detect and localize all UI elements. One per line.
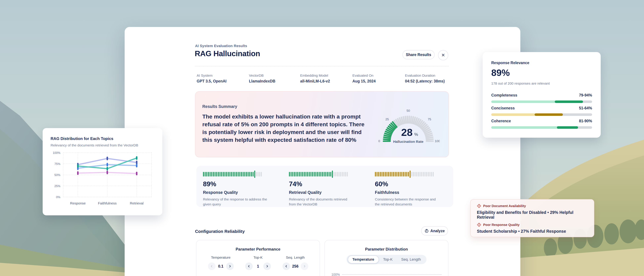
tick bbox=[375, 172, 376, 176]
relevance-row-conciseness: Conciseness51-64% bbox=[491, 106, 592, 116]
tick bbox=[292, 172, 293, 176]
tick bbox=[208, 172, 209, 176]
tick bbox=[290, 172, 292, 176]
tick bbox=[401, 172, 402, 176]
increment-button[interactable] bbox=[301, 262, 308, 270]
tick bbox=[231, 172, 232, 176]
decrement-button[interactable] bbox=[282, 262, 290, 270]
y-tick-label: 25% bbox=[54, 184, 60, 188]
share-results-button[interactable]: Share Results bbox=[402, 50, 434, 59]
gauge-unit: % bbox=[414, 132, 418, 137]
tick bbox=[411, 172, 412, 176]
tick bbox=[380, 172, 381, 176]
tick bbox=[211, 172, 212, 176]
tick bbox=[289, 172, 290, 176]
tick bbox=[314, 172, 315, 176]
close-button[interactable]: ✕ bbox=[438, 50, 448, 60]
segment-temperature[interactable]: Temperature bbox=[348, 256, 379, 264]
y-tick-label: 100% bbox=[53, 151, 60, 154]
tick bbox=[330, 172, 331, 176]
metric-retrieval-quality: 74% Retrieval Quality Relevancy of the d… bbox=[289, 170, 363, 207]
tick bbox=[376, 172, 378, 176]
tick bbox=[410, 170, 410, 178]
tick bbox=[414, 172, 416, 176]
increment-button[interactable] bbox=[263, 262, 271, 270]
tick bbox=[337, 172, 338, 176]
segment-top-k[interactable]: Top-K bbox=[379, 256, 397, 264]
tick bbox=[398, 172, 399, 176]
tick bbox=[220, 172, 220, 176]
tick bbox=[307, 172, 308, 176]
data-point-marker bbox=[136, 164, 138, 168]
tick bbox=[254, 170, 255, 178]
relevance-row-coherence: Coherence81-90% bbox=[491, 119, 592, 129]
tick bbox=[378, 172, 379, 176]
parameter-segmented-control: Temperature Top-K Seq. Length bbox=[346, 255, 426, 264]
tick bbox=[328, 172, 330, 176]
relevance-row-completeness: Completeness79-94% bbox=[491, 93, 592, 103]
relevance-value: 89% bbox=[491, 67, 510, 78]
tick bbox=[214, 172, 216, 176]
timer-icon bbox=[424, 229, 429, 233]
tick bbox=[221, 172, 222, 176]
gauge-tick bbox=[409, 116, 409, 123]
tick bbox=[294, 172, 295, 176]
data-point-marker bbox=[77, 164, 79, 168]
tick bbox=[316, 172, 316, 176]
tick bbox=[302, 172, 303, 176]
range-segment bbox=[557, 126, 578, 129]
tick bbox=[216, 172, 217, 176]
tickbar bbox=[203, 170, 277, 178]
tick bbox=[335, 172, 336, 176]
tick bbox=[300, 172, 302, 176]
range-low-segment bbox=[491, 100, 556, 103]
segment-seq-length[interactable]: Seq. Length bbox=[397, 256, 425, 264]
tick bbox=[259, 172, 260, 176]
gauge-tick-label: 0 bbox=[378, 139, 380, 143]
tick bbox=[400, 172, 401, 176]
tick bbox=[319, 172, 320, 176]
x-category-label: Faithfulness bbox=[98, 201, 116, 205]
tick bbox=[413, 172, 414, 176]
data-point-marker bbox=[136, 156, 138, 160]
tick bbox=[383, 172, 384, 176]
decrement-button[interactable] bbox=[208, 262, 216, 270]
tick bbox=[403, 172, 404, 176]
analyze-button[interactable]: Analyze bbox=[421, 226, 448, 236]
gauge-tick bbox=[426, 139, 433, 140]
gauge-value: 28 bbox=[401, 126, 412, 138]
tick bbox=[248, 172, 248, 176]
tick bbox=[431, 172, 432, 176]
tick bbox=[317, 172, 318, 176]
tick bbox=[297, 172, 298, 176]
gauge-caption: Hallucination Rate bbox=[393, 140, 423, 144]
tick bbox=[347, 172, 348, 176]
stepper-temperature: Temperature 0.1 bbox=[208, 256, 234, 270]
decrement-button[interactable] bbox=[245, 262, 253, 270]
range-bar bbox=[491, 113, 592, 116]
meta-evaluated-on: Evaluated On Aug 15, 2024 bbox=[352, 74, 376, 84]
tick bbox=[424, 172, 426, 176]
tick bbox=[405, 172, 406, 176]
increment-button[interactable] bbox=[226, 262, 234, 270]
tick bbox=[233, 172, 234, 176]
stepper-top-k: Top-K 1 bbox=[245, 256, 271, 270]
tick bbox=[322, 172, 323, 176]
tick bbox=[396, 172, 398, 176]
tick bbox=[239, 172, 240, 176]
tick bbox=[334, 172, 334, 176]
tick bbox=[236, 172, 237, 176]
chevron-left-icon bbox=[248, 265, 250, 268]
chevron-left-icon bbox=[210, 265, 213, 268]
parameter-distribution-card: Parameter Distribution Temperature Top-K… bbox=[324, 240, 448, 276]
tick bbox=[296, 172, 296, 176]
warning-diamond-icon bbox=[477, 222, 481, 227]
rag-distribution-card: RAG Distribution for Each Topics Relevan… bbox=[43, 128, 162, 215]
tick bbox=[218, 172, 219, 176]
gauge-tick-label: 50 bbox=[406, 109, 410, 112]
gauge-tick bbox=[384, 137, 390, 138]
tick bbox=[393, 172, 394, 176]
data-point-marker bbox=[106, 157, 108, 160]
evaluation-results-panel: AI System Evaluation Results RAG Halluci… bbox=[125, 27, 520, 276]
tick bbox=[392, 172, 392, 176]
